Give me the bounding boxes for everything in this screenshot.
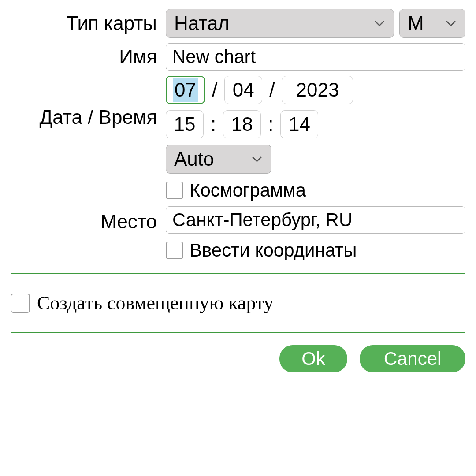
cosmogram-checkbox[interactable] xyxy=(166,182,183,199)
day-value: 07 xyxy=(173,78,198,102)
chart-type-hrow: Натал М xyxy=(166,9,465,38)
row-chart-type: Тип карты Натал М xyxy=(11,9,465,38)
divider xyxy=(11,273,465,274)
cosmogram-row: Космограмма xyxy=(166,180,465,201)
month-input[interactable]: 04 xyxy=(224,76,262,104)
divider xyxy=(11,332,465,333)
button-row: Ok Cancel xyxy=(11,345,465,372)
place-input[interactable] xyxy=(166,206,465,234)
day-input[interactable]: 07 xyxy=(166,76,205,104)
coords-checkbox[interactable] xyxy=(166,242,183,259)
label-date-time: Дата / Время xyxy=(11,76,160,129)
year-value: 2023 xyxy=(296,79,339,101)
coords-label: Ввести координаты xyxy=(190,240,357,261)
label-name: Имя xyxy=(11,46,160,68)
coords-row: Ввести координаты xyxy=(166,240,465,261)
chevron-down-icon xyxy=(445,17,457,30)
label-chart-type: Тип карты xyxy=(11,12,160,34)
row-date-time: Дата / Время 07 / 04 / 2023 15 : 18 : xyxy=(11,76,465,201)
cosmogram-label: Космограмма xyxy=(190,180,306,201)
chevron-down-icon xyxy=(251,153,263,165)
date-row: 07 / 04 / 2023 xyxy=(166,76,465,104)
time-row: 15 : 18 : 14 xyxy=(166,110,465,138)
row-name: Имя xyxy=(11,43,465,71)
second-value: 14 xyxy=(289,113,310,135)
combined-chart-checkbox[interactable] xyxy=(11,294,30,313)
tz-row: Auto xyxy=(166,145,465,174)
time-sep: : xyxy=(266,113,275,135)
year-input[interactable]: 2023 xyxy=(282,76,353,104)
combined-chart-row: Создать совмещенную карту xyxy=(11,286,465,320)
date-sep: / xyxy=(210,79,219,101)
timezone-value: Auto xyxy=(174,148,214,170)
place-inputs: Ввести координаты xyxy=(166,206,465,261)
chart-type-select[interactable]: Натал xyxy=(166,9,394,38)
minute-value: 18 xyxy=(231,113,253,135)
label-place: Место xyxy=(11,206,160,233)
gender-value: М xyxy=(408,12,424,34)
combined-chart-label: Создать совмещенную карту xyxy=(37,292,274,314)
name-input[interactable] xyxy=(166,43,465,71)
name-input-col xyxy=(166,43,465,71)
month-value: 04 xyxy=(233,79,254,101)
row-place: Место Ввести координаты xyxy=(11,206,465,261)
chevron-down-icon xyxy=(373,17,386,30)
hour-input[interactable]: 15 xyxy=(166,110,204,138)
timezone-select[interactable]: Auto xyxy=(166,145,271,174)
cancel-button[interactable]: Cancel xyxy=(360,345,465,372)
second-input[interactable]: 14 xyxy=(280,110,318,138)
date-sep: / xyxy=(268,79,276,101)
gender-select[interactable]: М xyxy=(399,9,465,38)
minute-input[interactable]: 18 xyxy=(223,110,261,138)
chart-type-inputs: Натал М xyxy=(166,9,465,38)
chart-type-value: Натал xyxy=(174,12,229,34)
ok-button[interactable]: Ok xyxy=(279,345,347,372)
time-sep: : xyxy=(209,113,218,135)
hour-value: 15 xyxy=(174,113,196,135)
date-time-inputs: 07 / 04 / 2023 15 : 18 : 14 xyxy=(166,76,465,201)
